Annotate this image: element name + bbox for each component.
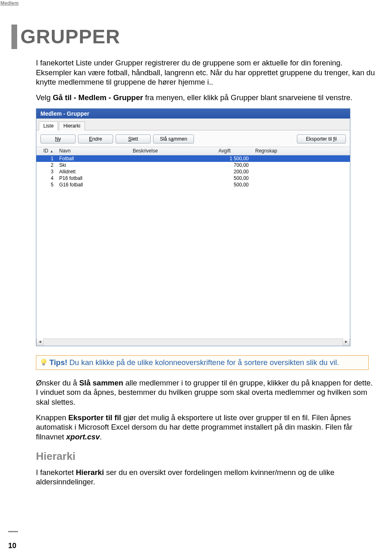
ny-button[interactable]: Ny	[40, 134, 76, 143]
sort-asc-icon: ▲	[50, 149, 53, 153]
tab-liste[interactable]: Liste	[39, 121, 58, 130]
table-row[interactable]: 5G16 fotball500,00	[36, 181, 350, 188]
hint-paragraph: Velg Gå til - Medlem - Grupper fra menye…	[36, 93, 376, 103]
slett-button[interactable]: Slett	[116, 134, 151, 143]
col-beskrivelse[interactable]: Beskrivelse	[130, 148, 216, 154]
col-avgift[interactable]: Avgift	[216, 148, 253, 154]
para-hierarki: I fanekortet Hierarki ser du en oversikt…	[36, 468, 376, 487]
col-regnskap[interactable]: Regnskap	[253, 148, 350, 154]
intro-paragraph: I fanekortet Liste under Grupper registr…	[36, 58, 376, 87]
scroll-right-icon[interactable]: ►	[343, 338, 350, 346]
table-row[interactable]: 4P16 fotball500,00	[36, 175, 350, 181]
tip-box: Tips! Du kan klikke på de ulike kolonneo…	[36, 355, 369, 370]
sub-heading-hierarki: Hierarki	[36, 450, 376, 463]
col-id[interactable]: ID▲	[36, 148, 57, 154]
col-navn[interactable]: Navn	[57, 148, 130, 154]
endre-button[interactable]: Endre	[78, 134, 113, 143]
table-row[interactable]: 2Ski700,00	[36, 162, 350, 168]
page-title-wrap: GRUPPER	[11, 25, 376, 49]
table-row[interactable]: 1Fotball1 500,00	[36, 155, 350, 162]
horizontal-scrollbar[interactable]: ◄ ►	[36, 338, 350, 346]
eksporter-button[interactable]: Eksporter til fil	[297, 134, 346, 143]
grid-body: 1Fotball1 500,002Ski700,003Allidrett200,…	[36, 155, 350, 338]
page-number: 10	[8, 533, 18, 550]
lightbulb-icon	[40, 358, 47, 366]
para-eksporter: Knappen Eksporter til fil gjør det mulig…	[36, 413, 376, 442]
window-toolbar: Ny Endre Slett Slå sammen Eksporter til …	[36, 130, 350, 147]
app-window: Medlem - Grupper Liste Hierarki Ny Endre…	[36, 108, 350, 346]
page-title: GRUPPER	[20, 25, 120, 49]
sla-sammen-button[interactable]: Slå sammen	[153, 134, 194, 143]
scroll-left-icon[interactable]: ◄	[36, 338, 44, 346]
tip-body: Du kan klikke på de ulike kolonneoverskr…	[69, 358, 339, 367]
tab-hierarki[interactable]: Hierarki	[59, 121, 85, 130]
tip-text: Tips! Du kan klikke på de ulike kolonneo…	[49, 358, 339, 367]
table-row[interactable]: 3Allidrett200,00	[36, 168, 350, 175]
header-breadcrumb: Medlem	[0, 0, 19, 6]
title-accent-bar	[11, 25, 17, 49]
grid-header: ID▲ Navn Beskrivelse Avgift Regnskap	[36, 147, 350, 155]
tip-label: Tips!	[49, 358, 67, 367]
window-titlebar: Medlem - Grupper	[36, 109, 350, 119]
btn-ny-rest: y	[58, 136, 61, 142]
window-tabs: Liste Hierarki	[36, 119, 350, 130]
para-sla-sammen: Ønsker du å Slå sammen alle medlemmer i …	[36, 378, 376, 407]
